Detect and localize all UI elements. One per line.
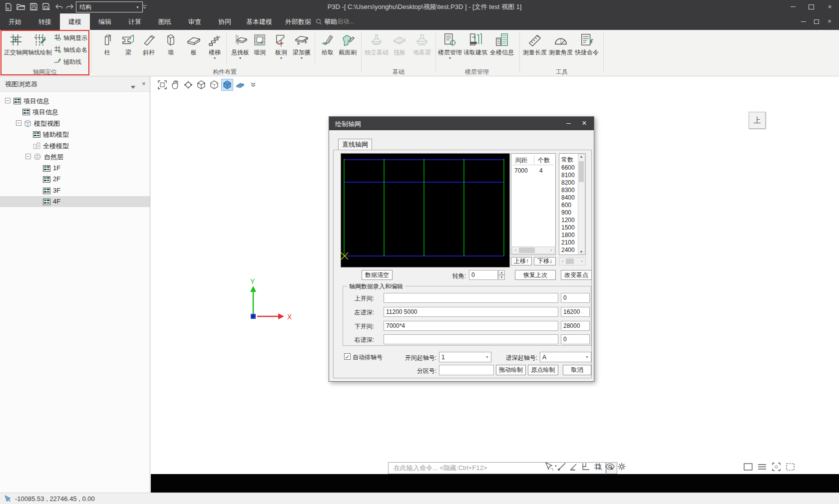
spacing-table[interactable]: 间距 个数 7000 4 ‹ › — [511, 153, 556, 255]
dialog-minimize-button[interactable] — [561, 117, 576, 130]
draw-grid-dialog[interactable]: 绘制轴网 × 直线轴网 间距 个数 7000 4 ‹ › 上移↑ 下 — [329, 116, 594, 382]
zoom-extents-icon[interactable] — [156, 79, 168, 91]
rotation-spinner[interactable]: ▲▼ — [498, 270, 505, 280]
grid-snap-icon[interactable] — [592, 461, 603, 472]
object-snap-eye-icon[interactable] — [604, 461, 615, 472]
ribbon-button-floor-manager[interactable]: 楼层管理 ▼ — [437, 31, 462, 65]
ribbon-button-pick[interactable]: 拾取 — [318, 31, 337, 65]
dialog-title-bar[interactable]: 绘制轴网 × — [329, 117, 594, 130]
cell-spacing[interactable]: 7000 — [514, 167, 528, 174]
collapse-icon[interactable]: − — [5, 98, 10, 103]
dialog-close-button[interactable]: × — [577, 117, 592, 130]
right-depth-input[interactable] — [384, 334, 558, 344]
auto-number-checkbox[interactable]: ✓ — [344, 353, 351, 360]
scroll-right-icon[interactable]: › — [579, 259, 585, 263]
constant-item[interactable]: 8300 — [561, 187, 575, 194]
panel-close-icon[interactable]: × — [142, 80, 146, 87]
ribbon-button-shortcut-command[interactable]: 快捷命令 — [574, 31, 600, 65]
tab-modeling[interactable]: 建模 — [60, 13, 90, 30]
realistic-view-icon[interactable] — [234, 79, 246, 91]
ribbon-button-stairs[interactable]: 楼梯 ▼ — [205, 31, 224, 65]
constant-item[interactable]: 2400 — [561, 247, 575, 253]
left-depth-input[interactable]: 11200 5000 — [384, 307, 558, 317]
rotation-input[interactable]: 0 — [469, 270, 498, 280]
tab-review[interactable]: 审查 — [180, 13, 210, 30]
tab-external-data[interactable]: 外部数据 — [279, 13, 318, 30]
ribbon-button-orthogonal-grid[interactable]: 正交轴网 — [4, 31, 28, 65]
ribbon-button-beam-haunch[interactable]: 梁加腋 ▼ — [292, 31, 312, 65]
constant-item[interactable]: 8100 — [561, 172, 575, 179]
drag-draw-button[interactable]: 拖动绘制 — [496, 365, 526, 375]
tree-item-whole-building-model[interactable]: 全楼模型 — [0, 140, 150, 151]
constant-item[interactable]: 1200 — [561, 217, 575, 224]
bay-start-combobox[interactable]: 1▼ — [439, 352, 491, 362]
constant-item[interactable]: 1500 — [561, 224, 575, 231]
collapse-icon[interactable]: − — [25, 154, 31, 159]
ribbon-button-axis-draw[interactable]: 轴线绘制 — [28, 31, 52, 65]
constant-item[interactable]: 8400 — [561, 194, 575, 201]
redo-icon[interactable] — [64, 1, 75, 12]
ribbon-button-measure-angle[interactable]: 测量角度 — [548, 31, 574, 65]
ribbon-button-wall-hole[interactable]: 墙洞 — [250, 31, 269, 65]
tab-calc[interactable]: 计算 — [120, 13, 150, 30]
ribbon-button-building-info[interactable]: 全楼信息 — [489, 31, 515, 65]
ribbon-button-brace[interactable]: 斜杆 — [139, 31, 158, 65]
ribbon-button-column[interactable]: 柱 — [98, 31, 117, 65]
pan-icon[interactable] — [169, 79, 181, 91]
ortho-mode-icon[interactable] — [580, 461, 591, 472]
cancel-button[interactable]: 取消 — [563, 365, 591, 375]
minimize-button[interactable] — [784, 0, 802, 13]
change-base-button[interactable]: 改变基点 — [561, 270, 592, 280]
constant-item[interactable]: 8200 — [561, 179, 575, 186]
tree-item-floor-1f[interactable]: 1F — [0, 163, 150, 174]
ribbon-button-aux-line[interactable]: 辅助线 — [54, 57, 81, 67]
tree-item-project-info[interactable]: 项目信息 — [0, 106, 150, 117]
undo-icon[interactable] — [54, 1, 65, 12]
tree-item-natural-floors[interactable]: − 自然层 — [0, 151, 150, 162]
ribbon-button-measure-length[interactable]: 测量长度 — [522, 31, 548, 65]
ribbon-button-cantilever-slab[interactable]: 悬挑板 ▼ — [230, 31, 250, 65]
open-file-icon[interactable] — [15, 1, 26, 12]
selection-mode-icon[interactable]: ▼ — [543, 461, 554, 472]
tab-drawing[interactable]: 图纸 — [150, 13, 180, 30]
new-file-icon[interactable] — [3, 1, 14, 12]
save-icon[interactable] — [28, 1, 39, 12]
wireframe-view-icon[interactable] — [195, 79, 207, 91]
viewport-list-icon[interactable] — [757, 461, 768, 472]
single-viewport-icon[interactable] — [743, 461, 754, 472]
close-button[interactable]: × — [821, 0, 839, 13]
scroll-right-icon[interactable]: › — [548, 248, 554, 252]
doc-minimize-button[interactable] — [798, 17, 809, 26]
constant-item[interactable]: 2100 — [561, 239, 575, 246]
tab-linear-grid[interactable]: 直线轴网 — [338, 139, 372, 150]
workspace-combobox[interactable]: 结构 ▼ — [76, 1, 143, 12]
ribbon-button-beam[interactable]: 梁 — [119, 31, 138, 65]
hidden-line-view-icon[interactable] — [208, 79, 220, 91]
scrollbar-thumb[interactable] — [566, 258, 574, 264]
maximize-button[interactable] — [802, 0, 821, 13]
tab-edit[interactable]: 编辑 — [90, 13, 120, 30]
constants-horizontal-scrollbar[interactable]: ‹ › — [559, 257, 586, 265]
ribbon-button-slab[interactable]: 板 — [184, 31, 203, 65]
ribbon-button-axis-naming[interactable]: N 轴线命名 — [54, 45, 87, 55]
restore-last-button[interactable]: 恢复上次 — [515, 270, 556, 280]
tab-collab[interactable]: 协同 — [210, 13, 240, 30]
constant-item[interactable]: 6600 — [561, 164, 575, 171]
constant-item[interactable]: 1800 — [561, 232, 575, 239]
command-history-area[interactable] — [151, 474, 839, 493]
zone-input[interactable] — [439, 365, 494, 375]
move-up-button[interactable]: 上移↑ — [511, 257, 532, 265]
constant-item[interactable]: 600 — [561, 202, 571, 209]
ribbon-button-section-brush[interactable]: 截面刷 — [338, 31, 358, 65]
fullscreen-icon[interactable] — [771, 461, 782, 472]
save-as-icon[interactable] — [41, 1, 52, 12]
cell-count[interactable]: 4 — [539, 167, 543, 174]
scroll-left-icon[interactable]: ‹ — [512, 248, 519, 252]
ribbon-button-wall[interactable]: 墙 — [161, 31, 180, 65]
move-down-button[interactable]: 下移↓ — [534, 257, 556, 265]
tree-item-project-info-root[interactable]: − 项目信息 — [0, 95, 150, 106]
toolbar-expand-icon[interactable] — [247, 79, 259, 91]
zoom-dynamic-icon[interactable] — [182, 79, 194, 91]
ribbon-button-grid-display[interactable]: 轴网显示 — [54, 33, 87, 43]
tab-transfer[interactable]: 转接 — [30, 13, 60, 30]
